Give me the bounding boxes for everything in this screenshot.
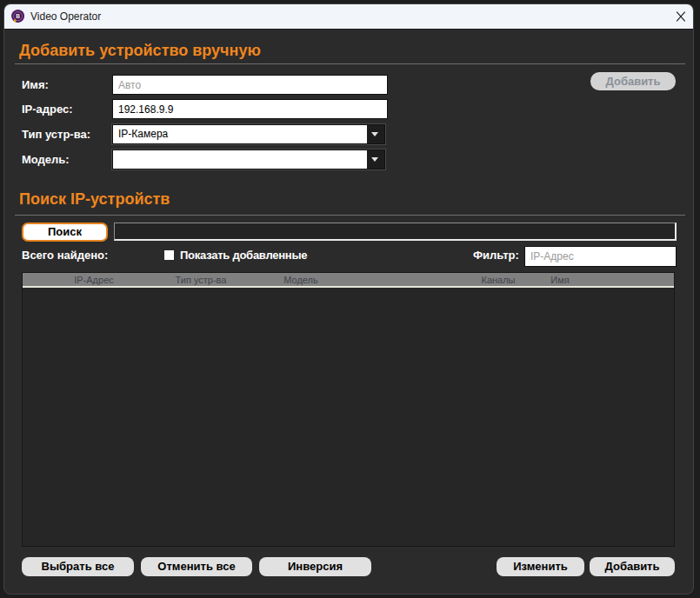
svg-text:B: B (16, 13, 20, 19)
